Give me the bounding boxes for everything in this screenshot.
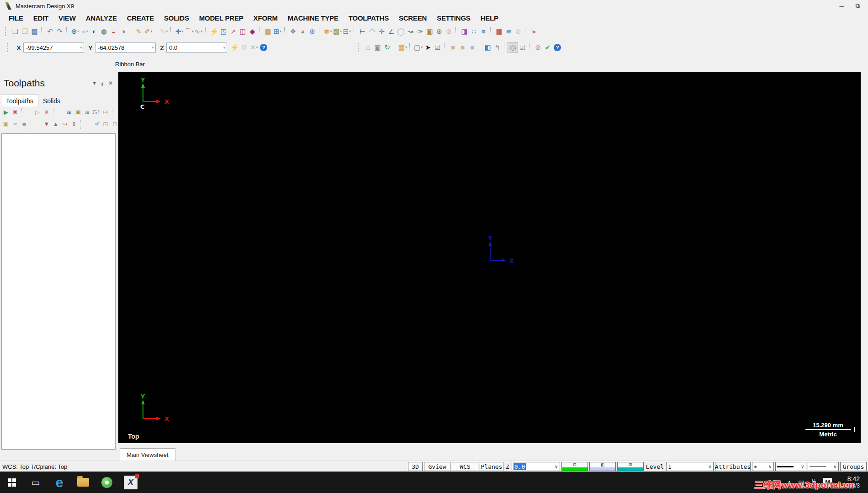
create-point-icon[interactable]: ✚	[175, 27, 184, 37]
color-palette-icon[interactable]: ▦	[494, 27, 504, 37]
move-up-icon[interactable]: ▲	[51, 120, 60, 129]
mask-inside-icon[interactable]: ■	[448, 42, 458, 53]
mask-outside-icon[interactable]: ■	[467, 42, 477, 53]
menu-settings[interactable]: SETTINGS	[432, 14, 475, 22]
status-3d-button[interactable]: 3D	[408, 462, 423, 471]
toolbar-grip[interactable]	[7, 43, 10, 52]
z-coordinate-input[interactable]: 0.0	[166, 42, 227, 53]
create-spline-icon[interactable]: ∿	[194, 27, 203, 37]
ghost-toolpath-icon[interactable]: ☻	[20, 120, 29, 129]
status-planes-button[interactable]: Planes	[480, 462, 503, 471]
shading-sphere-icon[interactable]: ●	[80, 27, 90, 37]
level-manager-icon[interactable]: ≋	[504, 27, 513, 37]
fillet-icon[interactable]: ◠	[367, 27, 377, 37]
viewsheet-tab-main[interactable]: Main Viewsheet	[120, 448, 175, 461]
wcs-globe-icon[interactable]: ⊕	[70, 27, 80, 37]
select-previous-icon[interactable]: ↰	[492, 42, 502, 53]
analyze-point-icon[interactable]: ↗	[228, 27, 238, 37]
clear-entry-icon[interactable]: ✕	[249, 42, 259, 53]
mastercam-taskbar-button[interactable]: X	[119, 472, 143, 493]
move-down-icon[interactable]: ▼	[42, 120, 51, 129]
analyze-distance-icon[interactable]: ◳	[219, 27, 228, 37]
lock-icon[interactable]: ▣	[1, 120, 11, 129]
menu-screen[interactable]: SCREEN	[394, 14, 432, 22]
analyze-solid-icon[interactable]: ◆	[248, 27, 257, 37]
menu-create[interactable]: CREATE	[122, 14, 159, 22]
menu-help[interactable]: HELP	[476, 14, 503, 22]
rotate-select-icon[interactable]: ↻	[382, 42, 392, 53]
browser-360-button[interactable]	[95, 472, 119, 493]
menu-xform[interactable]: XFORM	[249, 14, 283, 22]
panel-pin-icon[interactable]: ┰	[101, 80, 104, 86]
panel-collapse-icon[interactable]: ▾	[93, 80, 96, 86]
validate-select-icon[interactable]: ☑	[433, 42, 442, 53]
line-style-combo[interactable]	[775, 462, 806, 471]
insert-arrow-icon[interactable]: ↪	[60, 120, 69, 129]
undo-icon[interactable]: ↶	[45, 27, 55, 37]
open-file-icon[interactable]: ❒	[20, 27, 30, 37]
help-icon[interactable]: ?	[260, 44, 267, 51]
more-buttons-chevron-icon[interactable]: »	[529, 27, 539, 37]
shade-red-sphere-icon[interactable]: ◒	[109, 27, 118, 37]
backplot-icon[interactable]: ↦	[101, 108, 110, 117]
y-coordinate-input[interactable]: -64.02578	[95, 42, 156, 53]
menu-machine-type[interactable]: MACHINE TYPE	[283, 14, 344, 22]
move-swap-icon[interactable]: ⇕	[69, 120, 79, 129]
quickmask-icon[interactable]: ▩	[398, 42, 408, 53]
status-gview-button[interactable]: Gview	[424, 462, 450, 471]
regen-all-icon[interactable]: ≋	[64, 108, 74, 117]
analyze-database-icon[interactable]: ◫	[238, 27, 248, 37]
shade-outline-sphere-icon[interactable]: ◑	[118, 27, 128, 37]
surface-swept-icon[interactable]: ◕	[298, 27, 307, 37]
autocursor-clock-icon[interactable]: ◷	[508, 42, 518, 53]
sketch-multi-pencil-icon[interactable]: ✐	[143, 27, 153, 37]
shade-green-sphere-icon[interactable]: ◍	[99, 27, 109, 37]
panel-tab-solids[interactable]: Solids	[38, 95, 65, 106]
status-wcs-button[interactable]: WCS	[452, 462, 478, 471]
attribute-level-icon[interactable]: ∷	[469, 27, 479, 37]
toolpath-display-icon[interactable]: ≈	[11, 120, 20, 129]
task-view-button[interactable]: ▭	[24, 472, 48, 493]
wheel-dimension-icon[interactable]: ⊛	[434, 27, 444, 37]
menu-toolpaths[interactable]: TOOLPATHS	[344, 14, 394, 22]
menu-model-prep[interactable]: MODEL PREP	[194, 14, 249, 22]
grid-settings-icon[interactable]: ▦	[263, 27, 273, 37]
edge-browser-button[interactable]: e	[48, 472, 71, 493]
curve-dimension-icon[interactable]: ↝	[406, 27, 415, 37]
mask-box-icon[interactable]: ■	[458, 42, 467, 53]
status-level-combo[interactable]: 1	[666, 462, 714, 471]
hide-toolpath-icon[interactable]: ≉	[92, 120, 101, 129]
save-icon[interactable]: ▦	[30, 27, 39, 37]
dimension-line-icon[interactable]: ⊢	[358, 27, 367, 37]
surface-tools-icon[interactable]: ❖	[288, 27, 298, 37]
regen-settings-icon[interactable]: ≋	[83, 108, 92, 117]
circle-dimension-icon[interactable]: ◯	[396, 27, 406, 37]
analyze-dynamic-icon[interactable]: ⚡	[209, 27, 219, 37]
tool-display-icon[interactable]: ⊓	[110, 120, 119, 129]
angle-dimension-icon[interactable]: ∠	[386, 27, 396, 37]
disable-all-icon[interactable]: ⊘	[513, 27, 523, 37]
point-style-combo[interactable]: ∗	[752, 462, 774, 471]
restore-button[interactable]: ⧉	[856, 2, 860, 10]
apply-ok-icon[interactable]: ✔	[543, 42, 552, 53]
geometry-select-icon[interactable]: ⊡	[101, 120, 110, 129]
select-all-operations-icon[interactable]: ▶	[1, 108, 11, 117]
entity-color-swatch[interactable]: ⊡	[561, 462, 588, 471]
toolbar-grip[interactable]	[5, 27, 8, 36]
mesh-net-icon[interactable]: ▩	[333, 27, 342, 37]
lasso-select-icon[interactable]: ⌂	[363, 42, 373, 53]
status-attributes-button[interactable]: Attributes	[715, 462, 751, 471]
window-select-icon[interactable]: ▣	[373, 42, 382, 53]
line-width-combo[interactable]	[808, 462, 839, 471]
sketch-pencil-icon[interactable]: ✎	[134, 27, 143, 37]
redo-icon[interactable]: ↷	[55, 27, 64, 37]
dimension-disable-icon[interactable]: ⊘	[444, 27, 454, 37]
status-z-combo[interactable]: 0.0	[512, 462, 560, 471]
x-coordinate-input[interactable]: -99.54257	[23, 42, 84, 53]
point-position-icon[interactable]: ✛	[377, 27, 386, 37]
start-button[interactable]	[0, 472, 24, 493]
menu-view[interactable]: VIEW	[53, 14, 81, 22]
attribute-edit-icon[interactable]: ≡	[479, 27, 488, 37]
mesh-table-icon[interactable]: ⊟	[342, 27, 352, 37]
surface-net-icon[interactable]: ⊛	[307, 27, 317, 37]
